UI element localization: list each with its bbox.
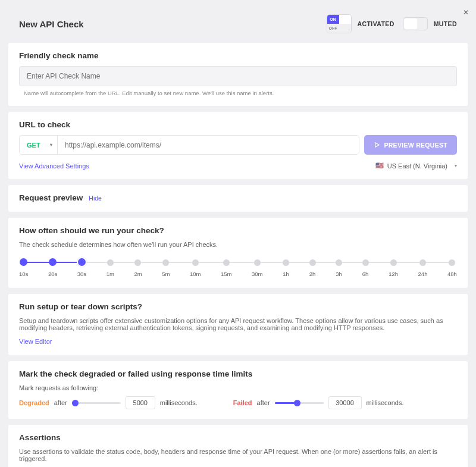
- card-scripts: Run setup or tear down scripts? Setup an…: [8, 294, 468, 355]
- schedule-tick-10m[interactable]: 10m: [190, 259, 201, 277]
- close-button[interactable]: ✕: [463, 8, 469, 17]
- tick-label: 15m: [221, 271, 231, 277]
- schedule-tick-30s[interactable]: 30s: [77, 259, 86, 277]
- tick-dot: [192, 259, 199, 266]
- toggle-on-label: ON: [327, 15, 339, 24]
- schedule-tick-1h[interactable]: 1h: [283, 259, 289, 277]
- schedule-tick-5m[interactable]: 5m: [162, 259, 170, 277]
- preview-request-label: PREVIEW REQUEST: [384, 142, 447, 149]
- tick-dot: [223, 259, 230, 266]
- schedule-tick-1m[interactable]: 1m: [107, 259, 114, 277]
- activated-label: ACTIVATED: [358, 20, 394, 27]
- failed-slider[interactable]: [275, 400, 324, 406]
- tick-dot: [134, 259, 141, 266]
- toggle-knob: [339, 15, 351, 24]
- schedule-tick-20s[interactable]: 20s: [48, 259, 57, 277]
- tick-dot: [309, 259, 316, 266]
- activated-toggle[interactable]: ON OFF: [327, 14, 352, 33]
- tick-label: 24h: [418, 271, 428, 277]
- url-box: GET ▾: [19, 135, 359, 155]
- url-input[interactable]: [58, 136, 359, 154]
- ms-label: milliseconds.: [160, 399, 198, 406]
- muted-toggle[interactable]: [403, 17, 428, 30]
- view-editor-link[interactable]: View Editor: [19, 338, 52, 345]
- toggle-off-label: OFF: [327, 24, 339, 33]
- muted-label: MUTED: [434, 20, 457, 27]
- scripts-desc: Setup and teardown scripts offer extensi…: [19, 317, 457, 331]
- tick-label: 10m: [190, 271, 201, 277]
- tick-dot: [362, 259, 369, 266]
- tick-dot: [107, 259, 114, 266]
- tick-label: 6h: [362, 271, 369, 277]
- tick-label: 2m: [134, 271, 142, 277]
- muted-toggle-knob: [404, 18, 417, 29]
- http-method-value: GET: [27, 142, 40, 149]
- tick-label: 20s: [48, 271, 57, 277]
- tick-label: 3h: [336, 271, 342, 277]
- tick-dot: [283, 259, 289, 266]
- tick-label: 2h: [309, 271, 316, 277]
- region-select[interactable]: 🇺🇸 US East (N. Virginia) ▾: [375, 162, 457, 170]
- toggle-blank: [339, 24, 351, 33]
- card-schedule: How often should we run your check? The …: [8, 218, 468, 288]
- after-label: after: [257, 399, 270, 406]
- chevron-down-icon: ▾: [50, 142, 52, 148]
- tick-label: 5m: [162, 271, 170, 277]
- schedule-tick-3h[interactable]: 3h: [336, 259, 342, 277]
- schedule-tick-6h[interactable]: 6h: [362, 259, 369, 277]
- muted-toggle-wrap: MUTED: [403, 17, 457, 30]
- tick-dot: [162, 259, 169, 266]
- failed-value-input[interactable]: [328, 396, 362, 409]
- card-limits: Mark the check degraded or failed using …: [8, 361, 468, 419]
- failed-block: Failed after milliseconds.: [233, 396, 404, 409]
- tick-dot: [419, 259, 426, 266]
- degraded-slider[interactable]: [72, 400, 121, 406]
- schedule-tick-15m[interactable]: 15m: [221, 259, 231, 277]
- degraded-value-input[interactable]: [126, 396, 155, 409]
- schedule-heading: How often should we run your check?: [19, 226, 457, 235]
- url-heading: URL to check: [19, 120, 457, 129]
- tick-label: 1m: [107, 271, 114, 277]
- http-method-select[interactable]: GET ▾: [20, 136, 58, 154]
- advanced-settings-link[interactable]: View Advanced Settings: [19, 162, 89, 170]
- schedule-tick-48h[interactable]: 48h: [447, 259, 457, 277]
- schedule-slider[interactable]: 10s20s30s1m2m5m10m15m30m1h2h3h6h12h24h48…: [19, 254, 457, 278]
- card-url: URL to check GET ▾ PREVIEW REQUEST View …: [8, 112, 468, 179]
- us-flag-icon: 🇺🇸: [375, 162, 384, 170]
- tick-dot: [390, 259, 397, 266]
- tick-label: 48h: [447, 271, 457, 277]
- tick-dot: [254, 259, 261, 266]
- check-name-input[interactable]: [19, 66, 457, 86]
- tick-label: 12h: [389, 271, 398, 277]
- failed-label: Failed: [233, 399, 252, 406]
- schedule-tick-24h[interactable]: 24h: [418, 259, 428, 277]
- hide-preview-link[interactable]: Hide: [89, 195, 102, 202]
- scripts-heading: Run setup or tear down scripts?: [19, 302, 457, 311]
- request-preview-heading: Request preview: [19, 193, 83, 202]
- tick-dot: [49, 258, 57, 266]
- tick-label: 10s: [19, 271, 28, 277]
- schedule-tick-10s[interactable]: 10s: [19, 259, 28, 277]
- degraded-block: Degraded after milliseconds.: [19, 396, 198, 409]
- assertions-heading: Assertions: [19, 433, 457, 442]
- page-title: New API Check: [19, 19, 318, 29]
- play-icon: [374, 142, 380, 148]
- activated-toggle-wrap: ON OFF ACTIVATED: [327, 14, 394, 33]
- assertions-desc: Use assertions to validate the status co…: [19, 448, 457, 462]
- name-hint: Name will autocomplete from the URL. Edi…: [19, 90, 457, 96]
- tick-dot: [78, 258, 86, 266]
- schedule-tick-30m[interactable]: 30m: [252, 259, 262, 277]
- schedule-tick-2h[interactable]: 2h: [309, 259, 316, 277]
- tick-label: 30m: [252, 271, 262, 277]
- tick-dot: [20, 258, 27, 266]
- degraded-label: Degraded: [19, 399, 49, 406]
- ms-label: milliseconds.: [367, 399, 404, 406]
- header: New API Check ON OFF ACTIVATED MUTED: [8, 7, 468, 43]
- tick-label: 30s: [77, 271, 86, 277]
- schedule-tick-12h[interactable]: 12h: [389, 259, 398, 277]
- tick-dot: [449, 259, 455, 266]
- tick-label: 1h: [283, 271, 289, 277]
- schedule-tick-2m[interactable]: 2m: [134, 259, 142, 277]
- card-assertions: Assertions Use assertions to validate th…: [8, 425, 468, 467]
- preview-request-button[interactable]: PREVIEW REQUEST: [364, 135, 457, 155]
